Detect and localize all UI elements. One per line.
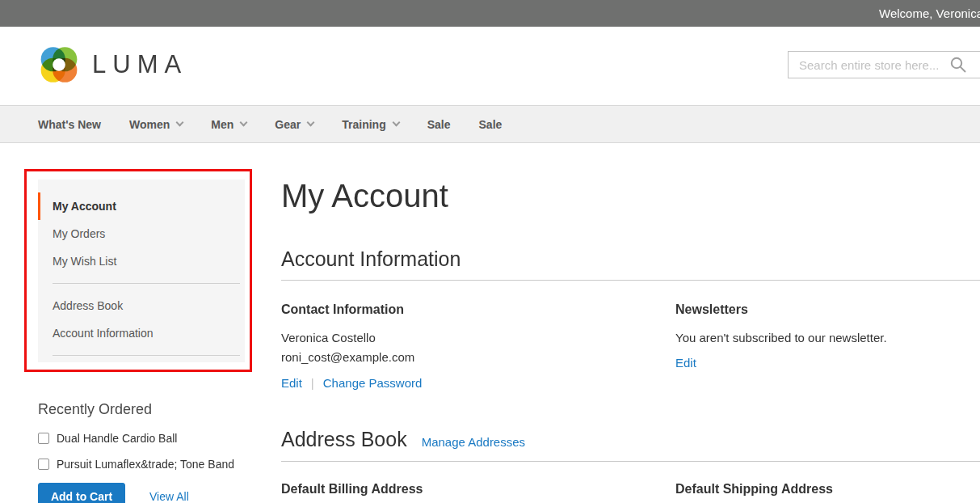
section-divider [281,461,980,462]
nav-item-men[interactable]: Men [211,118,246,131]
newsletters-title: Newsletters [675,302,980,317]
product-name[interactable]: Dual Handle Cardio Ball [57,432,177,445]
recently-ordered-actions: Add to Cart View All [38,483,280,503]
search-icon[interactable] [950,57,966,73]
newsletter-status: You aren't subscribed to our newsletter. [675,328,980,348]
recently-ordered-title: Recently Ordered [38,399,280,419]
chevron-down-icon [392,119,400,127]
account-sidebar: My Account My Orders My Wish List Addres… [38,180,245,362]
page-title: My Account [281,178,448,214]
edit-newsletter-link[interactable]: Edit [675,356,696,370]
store-logo[interactable]: LUMA [38,44,187,86]
product-checkbox[interactable] [38,433,49,444]
add-to-cart-button[interactable]: Add to Cart [38,483,125,503]
sidebar-item-address-book[interactable]: Address Book [38,292,245,319]
product-checkbox[interactable] [38,459,49,470]
contact-information-title: Contact Information [281,302,637,317]
sidebar-item-my-wish-list[interactable]: My Wish List [38,247,245,275]
default-shipping-address-box: Default Shipping Address [675,482,833,503]
sidebar-divider [53,355,240,356]
main-navigation: What's New Women Men Gear Training Sale … [0,105,980,143]
nav-item-sale[interactable]: Sale [427,118,451,131]
contact-information-box: Contact Information Veronica Costello ro… [281,302,637,390]
top-panel: Welcome, Veronica [0,0,980,27]
welcome-message: Welcome, Veronica [879,6,980,20]
nav-item-sale-2[interactable]: Sale [479,118,503,131]
edit-contact-link[interactable]: Edit [281,376,302,390]
nav-item-whats-new[interactable]: What's New [38,118,101,131]
address-book-section-title: Address Book [281,428,407,451]
change-password-link[interactable]: Change Password [323,376,423,390]
customer-name: Veronica Costello [281,328,637,348]
nav-item-training[interactable]: Training [342,118,398,131]
luma-logo-icon [38,44,80,86]
contact-actions: Edit|Change Password [281,376,637,390]
customer-email: roni_cost@example.com [281,348,637,367]
sidebar-item-my-orders[interactable]: My Orders [38,220,245,247]
nav-item-women[interactable]: Women [129,118,183,131]
nav-item-gear[interactable]: Gear [275,118,313,131]
chevron-down-icon [307,119,315,127]
newsletters-box: Newsletters You aren't subscribed to our… [675,302,980,370]
default-billing-address-title: Default Billing Address [281,482,423,497]
link-separator: | [311,376,314,390]
logo-text: LUMA [92,50,187,79]
search-box [788,51,980,78]
account-information-section-title: Account Information [281,247,461,271]
chevron-down-icon [176,119,184,127]
default-billing-address-box: Default Billing Address [281,482,423,503]
manage-addresses-link[interactable]: Manage Addresses [422,435,525,449]
address-book-header: Address Book Manage Addresses [281,428,525,451]
view-all-link[interactable]: View All [149,490,189,503]
recently-ordered-block: Recently Ordered Dual Handle Cardio Ball… [38,399,280,503]
sidebar-item-my-account[interactable]: My Account [38,192,245,220]
sidebar-divider [53,283,240,284]
list-item: Dual Handle Cardio Ball [38,432,280,445]
sidebar-item-account-information[interactable]: Account Information [38,319,245,347]
default-shipping-address-title: Default Shipping Address [675,482,833,497]
chevron-down-icon [240,119,248,127]
product-name[interactable]: Pursuit Lumaflex&trade; Tone Band [57,458,234,471]
list-item: Pursuit Lumaflex&trade; Tone Band [38,458,280,471]
section-divider [281,280,980,281]
